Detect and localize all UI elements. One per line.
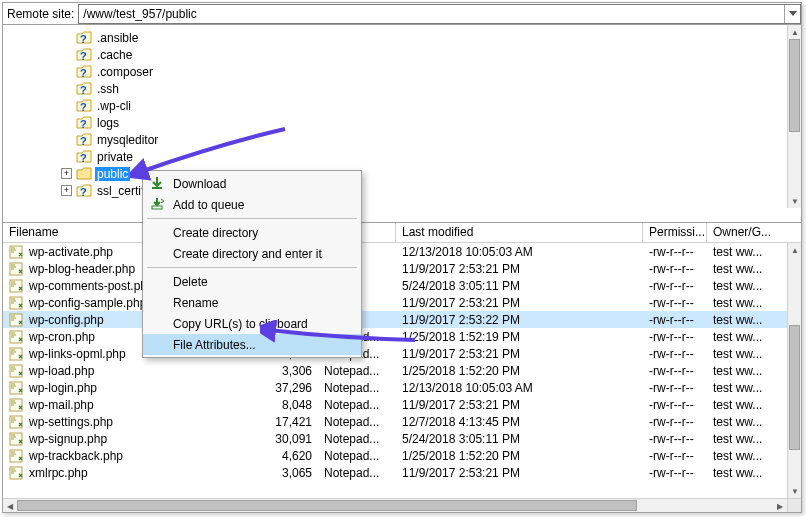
- header-owner[interactable]: Owner/G...: [707, 223, 801, 242]
- php-file-icon: [9, 245, 25, 259]
- file-modified: 5/24/2018 3:05:11 PM: [396, 279, 643, 293]
- context-menu-item-label: Create directory: [173, 226, 258, 240]
- file-type: Notepad...: [318, 381, 396, 395]
- svg-rect-23: [152, 187, 162, 189]
- scroll-up-icon[interactable]: ▲: [788, 243, 801, 257]
- tree-node-label: .ansible: [95, 31, 140, 45]
- file-type: Notepad...: [318, 449, 396, 463]
- folder-unknown-icon: ?: [76, 116, 92, 130]
- context-menu-item-create-directory[interactable]: Create directory: [143, 222, 361, 243]
- file-permissions: -rw-r--r--: [643, 347, 707, 361]
- file-permissions: -rw-r--r--: [643, 449, 707, 463]
- file-permissions: -rw-r--r--: [643, 381, 707, 395]
- file-permissions: -rw-r--r--: [643, 364, 707, 378]
- folder-unknown-icon: ?: [76, 133, 92, 147]
- file-row[interactable]: wp-links-opml.php 2,422 Notepad... 11/9/…: [3, 345, 787, 362]
- svg-text:?: ?: [80, 84, 87, 96]
- context-menu-item-delete[interactable]: Delete: [143, 271, 361, 292]
- tree-node-composer[interactable]: ?.composer: [61, 63, 801, 80]
- svg-rect-24: [152, 206, 162, 209]
- file-row[interactable]: wp-login.php 37,296 Notepad... 12/13/201…: [3, 379, 787, 396]
- file-name: wp-links-opml.php: [29, 347, 126, 361]
- scroll-left-icon[interactable]: ◀: [3, 499, 17, 512]
- file-name: wp-cron.php: [29, 330, 95, 344]
- scroll-up-icon[interactable]: ▲: [788, 25, 802, 39]
- context-menu-item-copy-url-s-to-clipboard[interactable]: Copy URL(s) to clipboard: [143, 313, 361, 334]
- php-file-icon: [9, 449, 25, 463]
- tree-node-mysqleditor[interactable]: ?mysqleditor: [61, 131, 801, 148]
- files-hscrollbar[interactable]: ◀ ▶: [3, 498, 801, 512]
- file-owner: test ww...: [707, 330, 787, 344]
- tree-node-label: .cache: [95, 48, 134, 62]
- file-type: Notepad...: [318, 415, 396, 429]
- file-size: 17,421: [264, 415, 318, 429]
- tree-node-ansible[interactable]: ?.ansible: [61, 29, 801, 46]
- file-row[interactable]: wp-comments-post.ph ad... 5/24/2018 3:05…: [3, 277, 787, 294]
- file-row[interactable]: wp-settings.php 17,421 Notepad... 12/7/2…: [3, 413, 787, 430]
- files-vscrollbar[interactable]: ▲ ▼: [787, 243, 801, 498]
- remote-path-text: /www/test_957/public: [83, 7, 196, 21]
- file-modified: 1/25/2018 1:52:20 PM: [396, 449, 643, 463]
- file-owner: test ww...: [707, 347, 787, 361]
- file-row[interactable]: wp-config.php ad... 11/9/2017 2:53:22 PM…: [3, 311, 787, 328]
- tree-node-cache[interactable]: ?.cache: [61, 46, 801, 63]
- file-row[interactable]: wp-load.php 3,306 Notepad... 1/25/2018 1…: [3, 362, 787, 379]
- file-owner: test ww...: [707, 279, 787, 293]
- folder-unknown-icon: ?: [76, 65, 92, 79]
- file-size: 8,048: [264, 398, 318, 412]
- tree-node-wpcli[interactable]: ?.wp-cli: [61, 97, 801, 114]
- context-menu[interactable]: DownloadAdd to queueCreate directoryCrea…: [142, 170, 362, 358]
- file-permissions: -rw-r--r--: [643, 296, 707, 310]
- tree-node-ssh[interactable]: ?.ssh: [61, 80, 801, 97]
- file-row[interactable]: wp-cron.php 3,669 Notepad... 1/25/2018 1…: [3, 328, 787, 345]
- remote-path-combobox[interactable]: /www/test_957/public: [78, 4, 801, 24]
- tree-expander-icon[interactable]: +: [61, 168, 72, 179]
- file-modified: 11/9/2017 2:53:21 PM: [396, 347, 643, 361]
- header-permissions[interactable]: Permissi...: [643, 223, 707, 242]
- tree-expander-icon[interactable]: +: [61, 185, 72, 196]
- php-file-icon: [9, 432, 25, 446]
- context-menu-item-file-attributes[interactable]: File Attributes...: [143, 334, 361, 355]
- tree-node-label: ssl_certif: [95, 184, 146, 198]
- file-row[interactable]: wp-config-sample.php ad... 11/9/2017 2:5…: [3, 294, 787, 311]
- file-permissions: -rw-r--r--: [643, 279, 707, 293]
- php-file-icon: [9, 415, 25, 429]
- file-name: wp-trackback.php: [29, 449, 123, 463]
- download-icon: [149, 175, 165, 191]
- file-modified: 11/9/2017 2:53:21 PM: [396, 296, 643, 310]
- scroll-right-icon[interactable]: ▶: [773, 499, 787, 512]
- file-permissions: -rw-r--r--: [643, 415, 707, 429]
- remote-path-dropdown-icon[interactable]: [784, 5, 800, 23]
- file-permissions: -rw-r--r--: [643, 432, 707, 446]
- scroll-down-icon[interactable]: ▼: [788, 484, 801, 498]
- file-modified: 11/9/2017 2:53:22 PM: [396, 313, 643, 327]
- context-menu-item-rename[interactable]: Rename: [143, 292, 361, 313]
- file-type: Notepad...: [318, 398, 396, 412]
- tree-node-private[interactable]: ?private: [61, 148, 801, 165]
- tree-scrollbar[interactable]: ▲ ▼: [787, 25, 801, 208]
- php-file-icon: [9, 364, 25, 378]
- context-menu-item-download[interactable]: Download: [143, 173, 361, 194]
- tree-node-label: public: [95, 167, 130, 181]
- file-row[interactable]: wp-blog-header.php ad... 11/9/2017 2:53:…: [3, 260, 787, 277]
- php-file-icon: [9, 466, 25, 480]
- context-menu-item-add-to-queue[interactable]: Add to queue: [143, 194, 361, 215]
- tree-node-logs[interactable]: ?logs: [61, 114, 801, 131]
- file-row[interactable]: wp-mail.php 8,048 Notepad... 11/9/2017 2…: [3, 396, 787, 413]
- context-menu-item-label: Create directory and enter it: [173, 247, 322, 261]
- file-row[interactable]: xmlrpc.php 3,065 Notepad... 11/9/2017 2:…: [3, 464, 787, 481]
- context-menu-item-create-directory-and-enter-it[interactable]: Create directory and enter it: [143, 243, 361, 264]
- file-row[interactable]: wp-activate.php ad... 12/13/2018 10:05:0…: [3, 243, 787, 260]
- svg-text:?: ?: [80, 50, 87, 62]
- php-file-icon: [9, 262, 25, 276]
- scroll-down-icon[interactable]: ▼: [788, 194, 802, 208]
- folder-unknown-icon: ?: [76, 184, 92, 198]
- file-modified: 12/13/2018 10:05:03 AM: [396, 381, 643, 395]
- svg-text:?: ?: [80, 67, 87, 79]
- file-size: 3,306: [264, 364, 318, 378]
- file-row[interactable]: wp-signup.php 30,091 Notepad... 5/24/201…: [3, 430, 787, 447]
- header-modified[interactable]: Last modified: [396, 223, 643, 242]
- file-row[interactable]: wp-trackback.php 4,620 Notepad... 1/25/2…: [3, 447, 787, 464]
- file-name: xmlrpc.php: [29, 466, 88, 480]
- folder-unknown-icon: ?: [76, 31, 92, 45]
